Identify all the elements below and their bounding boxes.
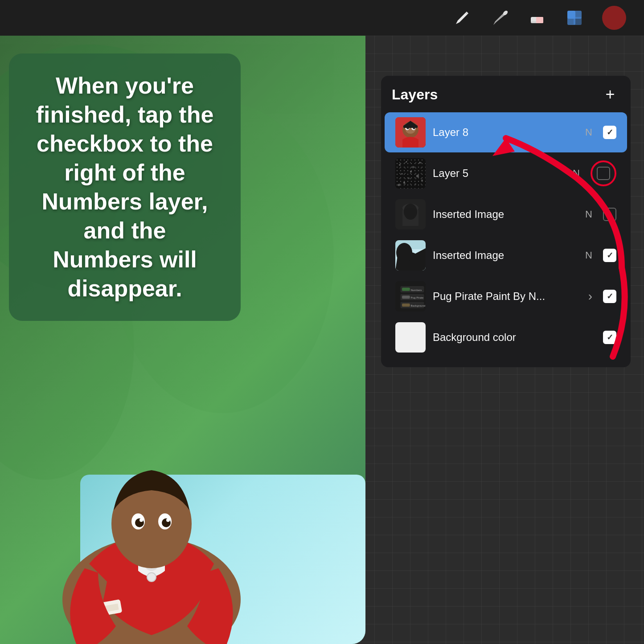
layer-thumb-inserted1 (395, 199, 426, 230)
layer-mode-layer5: N (573, 168, 580, 179)
layer-mode-inserted1: N (585, 209, 592, 220)
svg-point-41 (421, 180, 423, 181)
svg-rect-55 (402, 295, 410, 299)
svg-point-21 (139, 518, 143, 522)
smudge-tool[interactable] (490, 8, 509, 28)
svg-point-22 (166, 518, 170, 522)
layer-row-layer8[interactable]: Layer 8 N (385, 112, 627, 152)
layers-title: Layers (392, 86, 438, 103)
layer-name-background: Background color (433, 331, 596, 344)
character-illustration (0, 350, 365, 644)
layer-checkbox-inner (597, 167, 610, 180)
svg-point-40 (415, 184, 416, 185)
svg-point-46 (404, 204, 417, 220)
layer-mode-inserted2: N (585, 250, 592, 261)
svg-point-39 (403, 182, 405, 184)
canvas-area: When you're finished, tap the checkbox t… (0, 36, 644, 644)
svg-rect-52 (402, 288, 410, 291)
layers-panel: Layers + Layer 8 (381, 76, 631, 367)
layer-row-background[interactable]: Background color (385, 317, 627, 357)
instruction-text: When you're finished, tap the checkbox t… (31, 71, 218, 303)
layer-thumb-layer8 (395, 117, 426, 148)
layer-row-layer5[interactable]: Layer 5 N (385, 153, 627, 193)
layer-visibility-inserted1[interactable] (603, 208, 616, 221)
svg-point-32 (399, 164, 401, 166)
layer-thumb-group: Numbers Pug Pirate Background (395, 281, 426, 312)
group-chevron-icon: › (588, 289, 592, 304)
svg-point-37 (408, 177, 410, 179)
layer-visibility-background[interactable] (603, 331, 616, 344)
layer-name-layer8: Layer 8 (433, 126, 578, 139)
svg-rect-6 (574, 17, 582, 25)
layer-name-inserted2: Inserted Image (433, 249, 578, 262)
layer-name-group: Pug Pirate Paint By N... (433, 290, 581, 303)
layer-mode-layer8: N (585, 127, 592, 138)
layer-visibility-layer5-highlight[interactable] (591, 160, 616, 186)
svg-text:Numbers: Numbers (410, 288, 422, 291)
layer-row-group[interactable]: Numbers Pug Pirate Background Pug Pirate… (385, 276, 627, 316)
svg-point-38 (416, 175, 419, 177)
svg-point-42 (410, 171, 412, 172)
layer-thumb-layer5 (395, 158, 426, 189)
svg-point-33 (406, 161, 407, 163)
svg-rect-30 (403, 125, 418, 128)
svg-point-43 (398, 184, 400, 186)
svg-rect-2 (536, 17, 543, 23)
svg-point-35 (419, 162, 421, 164)
svg-text:Background: Background (410, 304, 425, 307)
layer-visibility-group[interactable] (603, 290, 616, 303)
layer-thumb-background (395, 322, 426, 353)
svg-rect-31 (395, 158, 426, 189)
layers-tool[interactable] (565, 8, 584, 28)
svg-point-34 (412, 166, 414, 168)
svg-rect-58 (402, 304, 410, 307)
layer-row-inserted2[interactable]: Inserted Image N (385, 235, 627, 275)
pencil-tool[interactable] (452, 8, 472, 28)
svg-text:Pug Pirate: Pug Pirate (410, 296, 423, 299)
svg-point-13 (147, 573, 156, 582)
layer-name-inserted1: Inserted Image (433, 208, 578, 221)
eraser-tool[interactable] (527, 8, 547, 28)
artwork-background: When you're finished, tap the checkbox t… (0, 36, 365, 644)
layer-name-layer5: Layer 5 (433, 167, 566, 180)
layer-visibility-inserted2[interactable] (603, 249, 616, 262)
add-layer-button[interactable]: + (600, 85, 620, 104)
layer-visibility-layer8[interactable] (603, 126, 616, 139)
toolbar (0, 0, 644, 36)
svg-point-49 (396, 243, 412, 263)
color-picker[interactable] (602, 6, 626, 30)
layer-row-inserted1[interactable]: Inserted Image N (385, 194, 627, 234)
svg-point-36 (402, 173, 403, 175)
layers-header: Layers + (381, 85, 631, 111)
instruction-card: When you're finished, tap the checkbox t… (9, 53, 241, 321)
layer-thumb-inserted2 (395, 240, 426, 271)
